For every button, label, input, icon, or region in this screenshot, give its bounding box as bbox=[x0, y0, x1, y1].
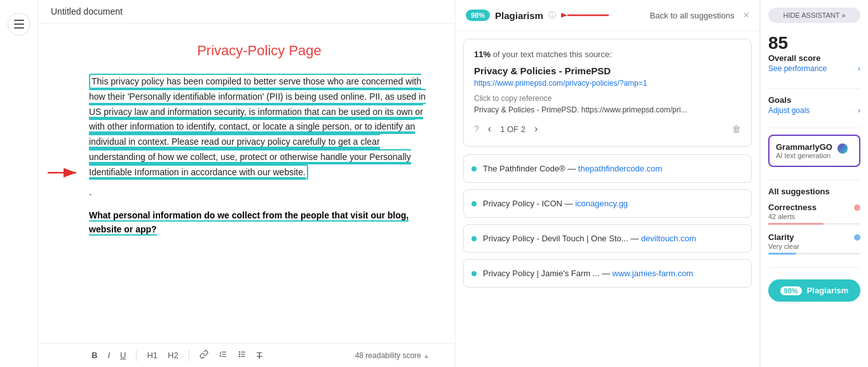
divider-1 bbox=[768, 88, 860, 89]
svg-point-10 bbox=[239, 356, 240, 357]
toolbar-divider-1 bbox=[136, 350, 137, 361]
document-title: Untitled document bbox=[51, 6, 123, 17]
prev-source-button[interactable]: ‹ bbox=[484, 122, 495, 136]
list-unordered-button[interactable] bbox=[235, 349, 249, 362]
highlight-privacy-policy: privacy policy carefully to get a clear … bbox=[89, 137, 380, 163]
source-name: Privacy & Policies - PrimePSD bbox=[474, 65, 741, 76]
plagiarism-bottom-button[interactable]: 98% Plagiarism bbox=[768, 279, 860, 302]
section-heading: What personal information do we collect … bbox=[89, 210, 409, 236]
clarity-suggestion: Clarity Very clear bbox=[768, 232, 860, 255]
editor-toolbar: B I U H1 H2 T̶ 48 readability score ▲ bbox=[38, 343, 455, 367]
clarity-sub: Very clear bbox=[768, 243, 860, 250]
see-performance-link[interactable]: See performance › bbox=[768, 64, 860, 73]
page-title: Privacy-Policy Page bbox=[89, 43, 430, 59]
list-item[interactable]: Privacy Policy | Jamie's Farm ... — www.… bbox=[463, 259, 752, 288]
list-item[interactable]: Privacy Policy - Devil Touch | One Sto..… bbox=[463, 224, 752, 253]
plagiarism-body: 11% of your text matches this source: Pr… bbox=[456, 31, 759, 367]
copy-ref-label: Click to copy reference bbox=[474, 94, 741, 103]
grammarly-go-icon bbox=[837, 143, 848, 154]
plagiarism-panel: 98% Plagiarism ⓘ Back to all suggestions… bbox=[455, 0, 760, 367]
strikethrough-button[interactable]: T̶ bbox=[254, 349, 265, 362]
source-dot bbox=[471, 201, 477, 206]
source-item-text: Privacy Policy - Devil Touch | One Sto..… bbox=[483, 234, 696, 243]
svg-point-9 bbox=[239, 354, 240, 354]
correctness-dot bbox=[854, 204, 860, 211]
menu-toggle-button[interactable] bbox=[8, 13, 31, 36]
underline-button[interactable]: U bbox=[118, 349, 128, 361]
divider-3 bbox=[768, 180, 860, 180]
grammarly-go-label: GrammarlyGO bbox=[776, 142, 832, 152]
correctness-suggestion: Correctness 42 alerts bbox=[768, 203, 860, 225]
highlight-us-privacy: US privacy law and information security,… bbox=[89, 107, 423, 178]
divider-2 bbox=[768, 128, 860, 128]
hamburger-line bbox=[14, 20, 24, 21]
red-arrow-header-icon bbox=[561, 8, 612, 23]
plagiarism-title: Plagiarism bbox=[495, 10, 543, 21]
list-ordered-button[interactable] bbox=[216, 349, 230, 362]
divider-4 bbox=[768, 267, 860, 268]
svg-point-8 bbox=[239, 352, 240, 352]
bold-button[interactable]: B bbox=[89, 349, 100, 361]
editor-content: Privacy-Policy Page This privacy policy … bbox=[38, 23, 455, 343]
clarity-dot bbox=[854, 234, 860, 241]
next-source-button[interactable]: › bbox=[531, 122, 541, 136]
correctness-bar-fill bbox=[768, 223, 824, 225]
dash-separator: - bbox=[89, 189, 430, 199]
match-percent-text: 11% of your text matches this source: bbox=[474, 50, 741, 59]
source-item-text: Privacy Policy | Jamie's Farm ... — www.… bbox=[483, 269, 693, 278]
source-dot bbox=[471, 166, 477, 171]
right-sidebar: HIDE ASSISTANT » 85 Overall score See pe… bbox=[760, 0, 868, 367]
readability-score: 48 readability score ▲ bbox=[355, 351, 430, 360]
plagiarism-header: 98% Plagiarism ⓘ Back to all suggestions… bbox=[456, 0, 759, 31]
toolbar-divider-2 bbox=[189, 350, 189, 361]
card-footer: ? ‹ 1 OF 2 › 🗑 bbox=[474, 122, 741, 136]
goals-label: Goals bbox=[768, 95, 860, 105]
grammarly-go-sub: AI text generation bbox=[776, 152, 832, 159]
all-suggestions-label: All suggestions bbox=[768, 187, 860, 196]
hide-assistant-button[interactable]: HIDE ASSISTANT » bbox=[768, 8, 860, 23]
info-icon[interactable]: ⓘ bbox=[548, 10, 556, 21]
overall-score-number: 85 bbox=[768, 33, 860, 53]
clarity-bar bbox=[768, 253, 860, 255]
adjust-goals-link[interactable]: Adjust goals › bbox=[768, 106, 860, 115]
source-item-text: The Pathfinder Code® — thepathfindercode… bbox=[483, 164, 662, 173]
clarity-label: Clarity bbox=[768, 232, 794, 242]
editor-header: Untitled document bbox=[38, 0, 455, 23]
editor-area: Untitled document Privacy-Policy Page Th… bbox=[38, 0, 455, 367]
close-button[interactable]: × bbox=[743, 10, 749, 21]
list-item[interactable]: Privacy Policy - ICON — iconagency.gg bbox=[463, 189, 752, 218]
back-to-suggestions-link[interactable]: Back to all suggestions bbox=[650, 11, 735, 20]
page-indicator: 1 OF 2 bbox=[500, 124, 526, 134]
help-icon[interactable]: ? bbox=[474, 124, 479, 134]
bold-heading-container: What personal information do we collect … bbox=[89, 208, 430, 237]
highlighted-text-block: This privacy policy has been compiled to… bbox=[89, 74, 426, 180]
list-item[interactable]: The Pathfinder Code® — thepathfindercode… bbox=[463, 154, 752, 183]
correctness-label: Correctness bbox=[768, 203, 817, 212]
delete-source-icon[interactable]: 🗑 bbox=[732, 124, 741, 134]
left-sidebar-toggle bbox=[0, 0, 38, 367]
plag-btn-badge: 98% bbox=[780, 286, 802, 295]
plag-btn-label: Plagiarism bbox=[807, 286, 849, 295]
link-button[interactable] bbox=[197, 349, 211, 362]
clarity-bar-fill bbox=[768, 253, 796, 255]
source-dot bbox=[471, 236, 477, 241]
h1-button[interactable]: H1 bbox=[144, 349, 160, 361]
grammarly-go-card[interactable]: GrammarlyGO AI text generation bbox=[768, 135, 860, 167]
correctness-count: 42 alerts bbox=[768, 213, 860, 220]
source-card-primary: 11% of your text matches this source: Pr… bbox=[463, 39, 752, 147]
hamburger-line bbox=[14, 27, 24, 29]
goals-section: Goals Adjust goals › bbox=[768, 95, 860, 115]
plagiarism-badge: 98% bbox=[466, 10, 490, 21]
overall-score-label: Overall score bbox=[768, 53, 860, 63]
h2-button[interactable]: H2 bbox=[165, 349, 181, 361]
score-section: 85 Overall score See performance › bbox=[768, 33, 860, 73]
correctness-bar bbox=[768, 223, 860, 225]
source-item-text: Privacy Policy - ICON — iconagency.gg bbox=[483, 199, 628, 208]
copy-ref-text[interactable]: Privacy & Policies - PrimePSD. https://w… bbox=[474, 105, 741, 114]
main-paragraph: This privacy policy has been compiled to… bbox=[89, 74, 430, 180]
italic-button[interactable]: I bbox=[105, 349, 112, 361]
hamburger-line bbox=[14, 23, 24, 25]
red-arrow-annotation bbox=[44, 163, 83, 184]
source-url[interactable]: https://www.primepsd.com/privacy-policie… bbox=[474, 79, 741, 88]
source-dot bbox=[471, 271, 477, 276]
